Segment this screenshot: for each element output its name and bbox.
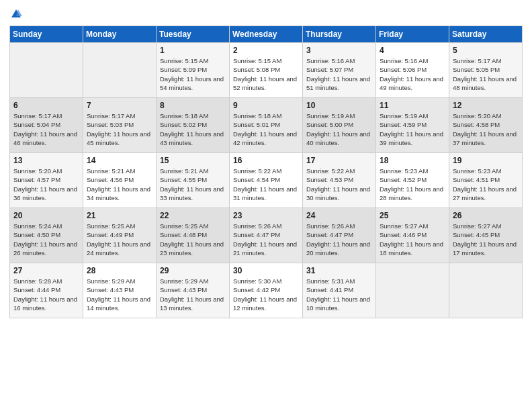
cell-info: Sunrise: 5:25 AMSunset: 4:49 PMDaylight:… <box>87 222 152 257</box>
calendar-cell: 4Sunrise: 5:16 AMSunset: 5:06 PMDaylight… <box>376 43 449 98</box>
th-tuesday: Tuesday <box>157 26 230 43</box>
cell-info: Sunrise: 5:29 AMSunset: 4:43 PMDaylight:… <box>87 277 152 312</box>
calendar-cell: 27Sunrise: 5:28 AMSunset: 4:44 PMDayligh… <box>10 263 83 318</box>
calendar-cell: 17Sunrise: 5:22 AMSunset: 4:53 PMDayligh… <box>303 153 376 208</box>
calendar-cell: 12Sunrise: 5:20 AMSunset: 4:58 PMDayligh… <box>449 98 523 153</box>
cell-info: Sunrise: 5:28 AMSunset: 4:44 PMDaylight:… <box>13 277 79 312</box>
day-number: 18 <box>380 156 445 165</box>
calendar-cell: 30Sunrise: 5:30 AMSunset: 4:42 PMDayligh… <box>230 263 303 318</box>
calendar-cell: 22Sunrise: 5:25 AMSunset: 4:48 PMDayligh… <box>157 208 230 263</box>
calendar-cell: 13Sunrise: 5:20 AMSunset: 4:57 PMDayligh… <box>10 153 83 208</box>
calendar-cell <box>449 263 523 318</box>
day-number: 8 <box>160 101 226 110</box>
calendar-cell: 18Sunrise: 5:23 AMSunset: 4:52 PMDayligh… <box>376 153 449 208</box>
cell-info: Sunrise: 5:26 AMSunset: 4:47 PMDaylight:… <box>306 222 372 257</box>
day-number: 23 <box>233 211 299 220</box>
day-number: 12 <box>453 101 519 110</box>
cell-info: Sunrise: 5:16 AMSunset: 5:07 PMDaylight:… <box>306 56 372 92</box>
day-number: 21 <box>87 211 152 220</box>
day-number: 10 <box>306 101 372 110</box>
day-number: 27 <box>13 266 79 275</box>
day-number: 28 <box>87 266 152 275</box>
calendar-cell: 20Sunrise: 5:24 AMSunset: 4:50 PMDayligh… <box>10 208 83 263</box>
calendar-cell: 16Sunrise: 5:22 AMSunset: 4:54 PMDayligh… <box>230 153 303 208</box>
calendar-cell <box>83 43 157 98</box>
cell-info: Sunrise: 5:27 AMSunset: 4:46 PMDaylight:… <box>380 222 445 257</box>
calendar-cell: 5Sunrise: 5:17 AMSunset: 5:05 PMDaylight… <box>449 43 523 98</box>
calendar-row-1: 1Sunrise: 5:15 AMSunset: 5:09 PMDaylight… <box>10 43 523 98</box>
calendar-cell: 28Sunrise: 5:29 AMSunset: 4:43 PMDayligh… <box>83 263 157 318</box>
calendar-cell: 7Sunrise: 5:17 AMSunset: 5:03 PMDaylight… <box>83 98 157 153</box>
calendar-cell: 15Sunrise: 5:21 AMSunset: 4:55 PMDayligh… <box>157 153 230 208</box>
day-number: 14 <box>87 156 152 165</box>
calendar-cell: 31Sunrise: 5:31 AMSunset: 4:41 PMDayligh… <box>303 263 376 318</box>
calendar-cell: 24Sunrise: 5:26 AMSunset: 4:47 PMDayligh… <box>303 208 376 263</box>
day-number: 11 <box>380 101 445 110</box>
day-number: 20 <box>13 211 79 220</box>
th-monday: Monday <box>83 26 157 43</box>
calendar-cell: 8Sunrise: 5:18 AMSunset: 5:02 PMDaylight… <box>157 98 230 153</box>
day-number: 22 <box>160 211 226 220</box>
cell-info: Sunrise: 5:21 AMSunset: 4:56 PMDaylight:… <box>87 167 152 202</box>
day-number: 17 <box>306 156 372 165</box>
th-sunday: Sunday <box>10 26 83 43</box>
day-number: 3 <box>306 46 372 55</box>
cell-info: Sunrise: 5:23 AMSunset: 4:51 PMDaylight:… <box>453 167 519 202</box>
calendar-cell: 10Sunrise: 5:19 AMSunset: 5:00 PMDayligh… <box>303 98 376 153</box>
day-number: 7 <box>87 101 152 110</box>
calendar-cell: 1Sunrise: 5:15 AMSunset: 5:09 PMDaylight… <box>157 43 230 98</box>
calendar-cell: 2Sunrise: 5:15 AMSunset: 5:08 PMDaylight… <box>230 43 303 98</box>
th-saturday: Saturday <box>449 26 523 43</box>
calendar-cell: 6Sunrise: 5:17 AMSunset: 5:04 PMDaylight… <box>10 98 83 153</box>
calendar-row-4: 20Sunrise: 5:24 AMSunset: 4:50 PMDayligh… <box>10 208 523 263</box>
day-number: 9 <box>233 101 299 110</box>
day-number: 6 <box>13 101 79 110</box>
cell-info: Sunrise: 5:19 AMSunset: 4:59 PMDaylight:… <box>380 111 445 147</box>
cell-info: Sunrise: 5:24 AMSunset: 4:50 PMDaylight:… <box>13 222 79 257</box>
cell-info: Sunrise: 5:23 AMSunset: 4:52 PMDaylight:… <box>380 167 445 202</box>
calendar-row-5: 27Sunrise: 5:28 AMSunset: 4:44 PMDayligh… <box>10 263 523 318</box>
th-friday: Friday <box>376 26 449 43</box>
header <box>9 7 523 20</box>
cell-info: Sunrise: 5:20 AMSunset: 4:58 PMDaylight:… <box>453 111 519 147</box>
day-number: 25 <box>380 211 445 220</box>
cell-info: Sunrise: 5:15 AMSunset: 5:08 PMDaylight:… <box>233 56 299 92</box>
day-number: 1 <box>160 46 226 55</box>
calendar-cell: 9Sunrise: 5:18 AMSunset: 5:01 PMDaylight… <box>230 98 303 153</box>
cell-info: Sunrise: 5:30 AMSunset: 4:42 PMDaylight:… <box>233 277 299 312</box>
day-number: 19 <box>453 156 519 165</box>
logo <box>9 9 22 20</box>
day-number: 4 <box>380 46 445 55</box>
cell-info: Sunrise: 5:25 AMSunset: 4:48 PMDaylight:… <box>160 222 226 257</box>
cell-info: Sunrise: 5:22 AMSunset: 4:54 PMDaylight:… <box>233 167 299 202</box>
cell-info: Sunrise: 5:22 AMSunset: 4:53 PMDaylight:… <box>306 167 372 202</box>
cell-info: Sunrise: 5:17 AMSunset: 5:05 PMDaylight:… <box>453 56 519 92</box>
cell-info: Sunrise: 5:27 AMSunset: 4:45 PMDaylight:… <box>453 222 519 257</box>
calendar-cell: 23Sunrise: 5:26 AMSunset: 4:47 PMDayligh… <box>230 208 303 263</box>
cell-info: Sunrise: 5:15 AMSunset: 5:09 PMDaylight:… <box>160 56 226 92</box>
day-number: 15 <box>160 156 226 165</box>
day-number: 24 <box>306 211 372 220</box>
cell-info: Sunrise: 5:18 AMSunset: 5:02 PMDaylight:… <box>160 111 226 147</box>
cell-info: Sunrise: 5:16 AMSunset: 5:06 PMDaylight:… <box>380 56 445 92</box>
day-number: 13 <box>13 156 79 165</box>
cell-info: Sunrise: 5:18 AMSunset: 5:01 PMDaylight:… <box>233 111 299 147</box>
header-row: Sunday Monday Tuesday Wednesday Thursday… <box>10 26 523 43</box>
cell-info: Sunrise: 5:31 AMSunset: 4:41 PMDaylight:… <box>306 277 372 312</box>
calendar-cell: 26Sunrise: 5:27 AMSunset: 4:45 PMDayligh… <box>449 208 523 263</box>
calendar-table: Sunday Monday Tuesday Wednesday Thursday… <box>9 26 523 318</box>
th-wednesday: Wednesday <box>230 26 303 43</box>
day-number: 16 <box>233 156 299 165</box>
day-number: 26 <box>453 211 519 220</box>
calendar-row-2: 6Sunrise: 5:17 AMSunset: 5:04 PMDaylight… <box>10 98 523 153</box>
cell-info: Sunrise: 5:26 AMSunset: 4:47 PMDaylight:… <box>233 222 299 257</box>
calendar-cell: 19Sunrise: 5:23 AMSunset: 4:51 PMDayligh… <box>449 153 523 208</box>
calendar-cell <box>10 43 83 98</box>
calendar-row-3: 13Sunrise: 5:20 AMSunset: 4:57 PMDayligh… <box>10 153 523 208</box>
calendar-cell: 21Sunrise: 5:25 AMSunset: 4:49 PMDayligh… <box>83 208 157 263</box>
day-number: 31 <box>306 266 372 275</box>
calendar-cell: 25Sunrise: 5:27 AMSunset: 4:46 PMDayligh… <box>376 208 449 263</box>
cell-info: Sunrise: 5:19 AMSunset: 5:00 PMDaylight:… <box>306 111 372 147</box>
th-thursday: Thursday <box>303 26 376 43</box>
day-number: 30 <box>233 266 299 275</box>
